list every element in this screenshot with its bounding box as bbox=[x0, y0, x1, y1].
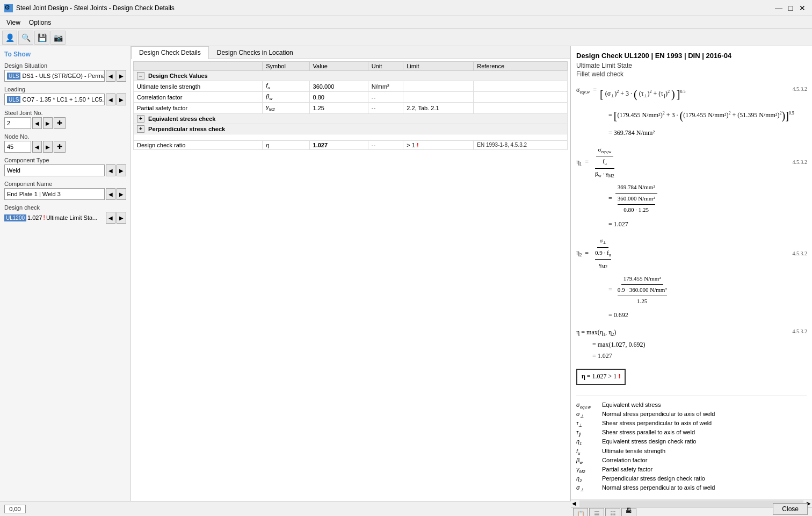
legend-desc-4: Shear stress parallel to axis of weld bbox=[602, 429, 695, 435]
group-design-check-values: Design Check Values bbox=[148, 73, 208, 79]
row-psf-label: Partial safety factor bbox=[134, 103, 263, 113]
dc-next-btn[interactable]: ▶ bbox=[117, 212, 126, 224]
center-panel: Design Check Details Design Checks in Lo… bbox=[131, 46, 570, 501]
ds-uls-badge: ULS bbox=[7, 73, 20, 80]
app-icon: ⚙ bbox=[4, 4, 13, 12]
rp-title: Design Check UL1200 | EN 1993 | DIN | 20… bbox=[576, 52, 807, 60]
component-name-combo[interactable]: End Plate 1 | Weld 3 bbox=[4, 188, 105, 200]
col-reference: Reference bbox=[474, 62, 568, 71]
cn-prev-btn[interactable]: ◀ bbox=[106, 188, 115, 200]
ct-prev-btn[interactable]: ◀ bbox=[106, 164, 115, 176]
legend-row: fu Ultimate tensile strength bbox=[576, 448, 807, 456]
table-row: Ultimate tensile strength fu 360.000 N/m… bbox=[134, 81, 568, 92]
loading-combo[interactable]: ULS CO7 - 1.35 * LC1 + 1.50 * LC5... bbox=[4, 94, 105, 105]
ds-prev-btn[interactable]: ◀ bbox=[106, 70, 115, 82]
dc-warn-icon: ! bbox=[44, 214, 45, 221]
rp-btn-copy[interactable]: 📋 bbox=[573, 508, 588, 516]
ds-value: DS1 - ULS (STR/GEO) - Perma... bbox=[22, 73, 105, 79]
rp-btn-grid[interactable]: ☷ bbox=[605, 508, 620, 516]
toolbar-btn-4[interactable]: 📷 bbox=[50, 31, 66, 45]
group-equiv-stress: Equivalent stress check bbox=[148, 115, 215, 121]
loading-prev-btn[interactable]: ◀ bbox=[106, 94, 115, 105]
steel-joint-no-field[interactable]: 2 bbox=[4, 117, 31, 129]
expand-perp-stress[interactable]: + bbox=[137, 125, 144, 133]
window-title: Steel Joint Design - Steel Joints - Desi… bbox=[16, 4, 175, 12]
col-limit: Limit bbox=[403, 62, 474, 71]
row-cf-unit: -- bbox=[368, 92, 403, 103]
ds-next-btn[interactable]: ▶ bbox=[117, 70, 126, 82]
to-show-title: To Show bbox=[4, 51, 126, 58]
node-crosshair-btn[interactable]: ✚ bbox=[54, 141, 66, 153]
joint-next-btn[interactable]: ▶ bbox=[43, 117, 53, 129]
toolbar-btn-2[interactable]: 🔍 bbox=[18, 31, 33, 45]
scrollbar-track[interactable] bbox=[579, 500, 803, 507]
eta-formula-line: η = max(η1, η2) 4.5.3.2 bbox=[576, 327, 807, 339]
legend-row: τ⊥ Shear stress perpendicular to axis of… bbox=[576, 420, 807, 428]
node-prev-btn[interactable]: ◀ bbox=[32, 141, 42, 153]
legend-symbol-7: βw bbox=[576, 457, 598, 465]
loading-next-btn[interactable]: ▶ bbox=[117, 94, 126, 105]
right-panel-container: Design Check UL1200 | EN 1993 | DIN | 20… bbox=[570, 46, 812, 501]
scroll-left-btn[interactable]: ◀ bbox=[571, 500, 577, 506]
ref-4532-4: 4.5.3.2 bbox=[793, 327, 808, 336]
result-label: Design check ratio bbox=[134, 140, 263, 149]
titlebar: ⚙ Steel Joint Design - Steel Joints - De… bbox=[0, 0, 812, 16]
dc-prev-btn[interactable]: ◀ bbox=[106, 212, 115, 224]
tab-design-check-details[interactable]: Design Check Details bbox=[131, 46, 209, 59]
row-cf-symbol: βw bbox=[263, 92, 309, 103]
legend-row: σeqv,w Equivalent weld stress bbox=[576, 402, 807, 410]
eta1-result-line: = 1.027 bbox=[576, 219, 807, 231]
close-window-button[interactable]: ✕ bbox=[797, 3, 808, 13]
result-unit: -- bbox=[368, 140, 403, 149]
eta1-calc-line: = 369.784 N/mm² 360.000 N/mm² 0.80 · 1.2… bbox=[576, 182, 807, 215]
dc-description: Ultimate Limit Sta... bbox=[46, 214, 105, 221]
legend-desc-1: Equivalent weld stress bbox=[602, 402, 661, 408]
row-psf-symbol: γM2 bbox=[263, 103, 309, 113]
table-group-row: − Design Check Values bbox=[134, 71, 568, 81]
joint-crosshair-btn[interactable]: ✚ bbox=[54, 117, 66, 129]
legend-symbol-8: γM2 bbox=[576, 466, 598, 474]
component-type-value: Weld bbox=[7, 167, 20, 174]
right-panel: Design Check UL1200 | EN 1993 | DIN | 20… bbox=[571, 46, 812, 499]
menubar: View Options bbox=[0, 16, 812, 29]
row-uts-value: 360.000 bbox=[309, 81, 368, 92]
table-row: Partial safety factor γM2 1.25 -- 2.2, T… bbox=[134, 103, 568, 113]
col-unit: Unit bbox=[368, 62, 403, 71]
rp-btn-print-dropdown[interactable]: 🖶 ▼ bbox=[621, 508, 636, 516]
col-value: Value bbox=[309, 62, 368, 71]
menu-options[interactable]: Options bbox=[25, 18, 55, 27]
node-no-label: Node No. bbox=[4, 133, 126, 140]
legend-row: η2 Perpendicular stress design check rat… bbox=[576, 475, 807, 483]
node-next-btn[interactable]: ▶ bbox=[43, 141, 53, 153]
legend-row: η1 Equivalent stress design check ratio bbox=[576, 438, 807, 446]
row-psf-limit: 2.2, Tab. 2.1 bbox=[403, 103, 474, 113]
component-type-combo[interactable]: Weld bbox=[4, 164, 105, 176]
row-uts-limit bbox=[403, 81, 474, 92]
rp-subtitle1: Ultimate Limit State bbox=[576, 62, 807, 69]
eq2: = bbox=[585, 156, 589, 168]
legend-symbol-1: σeqv,w bbox=[576, 402, 598, 410]
row-cf-limit bbox=[403, 92, 474, 103]
maximize-button[interactable]: □ bbox=[785, 3, 796, 13]
ct-next-btn[interactable]: ▶ bbox=[117, 164, 126, 176]
toolbar-btn-3[interactable]: 💾 bbox=[34, 31, 49, 45]
rp-btn-list[interactable]: ☰ bbox=[589, 508, 604, 516]
close-button[interactable]: Close bbox=[773, 503, 808, 515]
formula-eta: η = max(η1, η2) 4.5.3.2 = max(1.027, 0.6… bbox=[576, 327, 807, 387]
toolbar-btn-1[interactable]: 👤 bbox=[2, 31, 17, 45]
main-layout: To Show Design Situation ULS DS1 - ULS (… bbox=[0, 46, 812, 501]
expand-design-check-values[interactable]: − bbox=[137, 72, 144, 80]
row-psf-value: 1.25 bbox=[309, 103, 368, 113]
menu-view[interactable]: View bbox=[2, 18, 25, 27]
legend-row: σ⊥ Normal stress perpendicular to axis o… bbox=[576, 484, 807, 492]
result-reference: EN 1993-1-8, 4.5.3.2 bbox=[474, 140, 568, 149]
joint-prev-btn[interactable]: ◀ bbox=[32, 117, 42, 129]
minimize-button[interactable]: — bbox=[773, 3, 784, 13]
eta2-label: η2 bbox=[576, 247, 582, 260]
tab-design-checks-in-location[interactable]: Design Checks in Location bbox=[209, 46, 301, 59]
cn-next-btn[interactable]: ▶ bbox=[117, 188, 126, 200]
component-type-label: Component Type bbox=[4, 157, 126, 163]
design-situation-combo[interactable]: ULS DS1 - ULS (STR/GEO) - Perma... bbox=[4, 70, 105, 82]
node-no-field[interactable]: 45 bbox=[4, 141, 31, 153]
expand-equiv-stress[interactable]: + bbox=[137, 115, 144, 123]
